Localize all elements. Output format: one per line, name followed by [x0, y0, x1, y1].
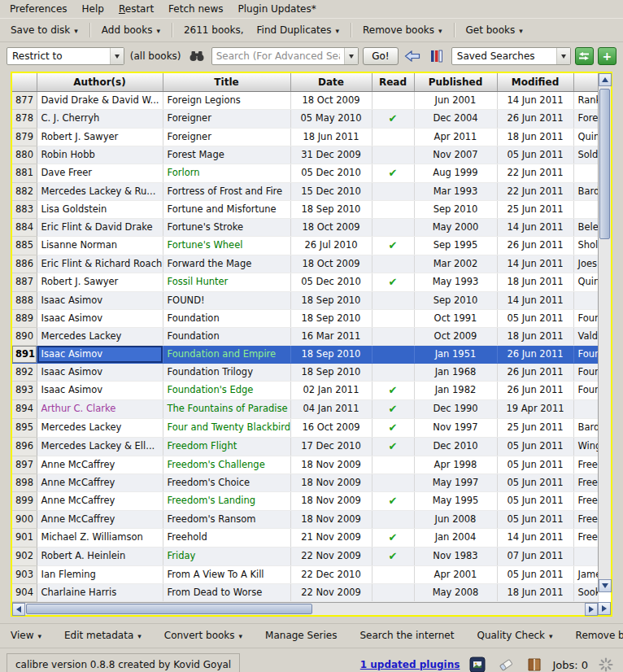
- cell-modified[interactable]: 14 Jun 2011: [497, 291, 573, 309]
- cell-modified[interactable]: 05 Jun 2011: [497, 456, 573, 473]
- cell-series[interactable]: Soldie: [573, 146, 598, 164]
- cell-title[interactable]: Forlorn: [163, 164, 290, 182]
- cell-title[interactable]: Fortune's Wheel: [163, 236, 290, 255]
- table-row[interactable]: 888Isaac AsimovFOUND!18 Sep 2010Sep 2010…: [12, 291, 598, 309]
- cell-modified[interactable]: 05 Jun 2011: [497, 309, 573, 327]
- vertical-scroll-thumb[interactable]: [599, 89, 610, 239]
- tag-browser-toggle[interactable]: [495, 655, 516, 672]
- cell-modified[interactable]: 22 Jun 2011: [497, 164, 573, 182]
- cell-title[interactable]: Freedom Flight: [163, 437, 290, 456]
- cell-read[interactable]: [372, 363, 414, 381]
- cell-modified[interactable]: 26 Jun 2011: [497, 363, 573, 381]
- row-number[interactable]: 885: [12, 236, 37, 255]
- cell-date[interactable]: 18 Oct 2009: [290, 255, 372, 273]
- cell-series[interactable]: Joes: [573, 255, 598, 273]
- cell-read[interactable]: [372, 565, 414, 583]
- cell-published[interactable]: Jan 1968: [414, 363, 497, 381]
- cell-series[interactable]: Shola: [573, 236, 598, 255]
- column-header[interactable]: Published: [414, 73, 497, 91]
- cell-series[interactable]: [573, 164, 598, 182]
- cell-author[interactable]: Anne McCaffrey: [37, 491, 163, 510]
- cell-date[interactable]: 22 Nov 2009: [290, 547, 372, 565]
- cell-read[interactable]: [372, 218, 414, 236]
- quality-check-button[interactable]: Quality Check▾: [470, 626, 559, 645]
- cell-published[interactable]: Jun 2008: [414, 510, 497, 528]
- cell-read[interactable]: [372, 291, 414, 309]
- cell-title[interactable]: Fortune's Stroke: [163, 218, 290, 236]
- book-details-toggle[interactable]: [524, 655, 545, 672]
- cell-read[interactable]: [372, 473, 414, 491]
- cell-author[interactable]: David Drake & David W...: [37, 91, 163, 109]
- cell-author[interactable]: Dave Freer: [37, 164, 163, 182]
- cell-author[interactable]: Isaac Asimov: [37, 345, 163, 363]
- cell-read[interactable]: ✔: [372, 437, 414, 456]
- row-number[interactable]: 898: [12, 473, 37, 491]
- cell-series[interactable]: Sooki: [573, 583, 598, 601]
- cell-date[interactable]: 18 Sep 2010: [290, 363, 372, 381]
- row-number[interactable]: 880: [12, 146, 37, 164]
- row-number[interactable]: 882: [12, 182, 37, 200]
- row-number[interactable]: 892: [12, 363, 37, 381]
- row-number[interactable]: 886: [12, 255, 37, 273]
- cell-published[interactable]: Mar 1993: [414, 182, 497, 200]
- table-row[interactable]: 902Robert A. HeinleinFriday22 Nov 2009✔N…: [12, 547, 598, 565]
- cell-author[interactable]: Isaac Asimov: [37, 381, 163, 399]
- menu-item-restart[interactable]: Restart: [112, 2, 160, 16]
- cell-series[interactable]: Found: [573, 363, 598, 381]
- row-number[interactable]: 888: [12, 291, 37, 309]
- find-duplicates-button[interactable]: Find Duplicates▾: [251, 20, 346, 40]
- row-number[interactable]: 902: [12, 547, 37, 565]
- cell-modified[interactable]: 05 Jun 2011: [497, 473, 573, 491]
- row-number[interactable]: 894: [12, 399, 37, 418]
- table-row[interactable]: 896Mercedes Lackey & Ell...Freedom Fligh…: [12, 437, 598, 456]
- cell-series[interactable]: Freed: [573, 491, 598, 510]
- row-number[interactable]: 901: [12, 528, 37, 547]
- cell-modified[interactable]: 18 Jun 2011: [497, 583, 573, 601]
- cell-series[interactable]: [573, 200, 598, 218]
- menu-item-preferences[interactable]: Preferences: [3, 2, 74, 16]
- jobs-spinner-icon[interactable]: [595, 655, 616, 672]
- cell-read[interactable]: [372, 345, 414, 363]
- cell-published[interactable]: Sep 2010: [414, 200, 497, 218]
- row-number[interactable]: 896: [12, 437, 37, 456]
- cell-published[interactable]: May 2008: [414, 583, 497, 601]
- cell-modified[interactable]: 05 Jun 2011: [497, 491, 573, 510]
- cell-series[interactable]: [573, 291, 598, 309]
- row-number[interactable]: 878: [12, 109, 37, 128]
- cell-published[interactable]: May 1993: [414, 273, 497, 291]
- cell-title[interactable]: Freedom's Ransom: [163, 510, 290, 528]
- table-row[interactable]: 903Ian FlemingFrom A View To A Kill22 De…: [12, 565, 598, 583]
- highlight-matches-button[interactable]: [427, 47, 447, 65]
- cell-author[interactable]: Mercedes Lackey & Ell...: [37, 437, 163, 456]
- scroll-right-button[interactable]: [585, 603, 598, 616]
- edit-metadata-button[interactable]: Edit metadata▾: [58, 626, 148, 645]
- cell-read[interactable]: ✔: [372, 164, 414, 182]
- table-row[interactable]: 882Mercedes Lackey & Ru...Fortress of Fr…: [12, 182, 598, 200]
- cell-date[interactable]: 18 Nov 2009: [290, 491, 372, 510]
- cell-series[interactable]: Ranks: [573, 91, 598, 109]
- cell-published[interactable]: May 1997: [414, 473, 497, 491]
- cell-modified[interactable]: 05 Jun 2011: [497, 146, 573, 164]
- cell-series[interactable]: Freeh: [573, 528, 598, 547]
- cell-series[interactable]: [573, 399, 598, 418]
- cell-series[interactable]: Quinta: [573, 273, 598, 291]
- table-row[interactable]: 899Anne McCaffreyFreedom's Landing18 Nov…: [12, 491, 598, 510]
- table-row[interactable]: 904Charlaine HarrisFrom Dead to Worse22 …: [12, 583, 598, 601]
- table-row[interactable]: 886Eric Flint & Richard RoachForward the…: [12, 255, 598, 273]
- menu-item-plugin-updates[interactable]: Plugin Updates*: [232, 2, 323, 16]
- cell-read[interactable]: [372, 128, 414, 146]
- scroll-left-button[interactable]: [12, 603, 25, 616]
- cell-author[interactable]: Eric Flint & David Drake: [37, 218, 163, 236]
- cell-published[interactable]: Sep 2010: [414, 291, 497, 309]
- row-number[interactable]: 890: [12, 327, 37, 345]
- cell-author[interactable]: C. J. Cherryh: [37, 109, 163, 128]
- cell-read[interactable]: [372, 456, 414, 473]
- cell-title[interactable]: Foundation Trilogy: [163, 363, 290, 381]
- cell-published[interactable]: Nov 1983: [414, 547, 497, 565]
- cell-author[interactable]: Lisa Goldstein: [37, 200, 163, 218]
- cell-date[interactable]: 18 Oct 2009: [290, 91, 372, 109]
- cell-read[interactable]: ✔: [372, 528, 414, 547]
- scroll-down-button[interactable]: [599, 579, 612, 592]
- cell-published[interactable]: Nov 2007: [414, 146, 497, 164]
- horizontal-scroll-thumb[interactable]: [26, 604, 312, 614]
